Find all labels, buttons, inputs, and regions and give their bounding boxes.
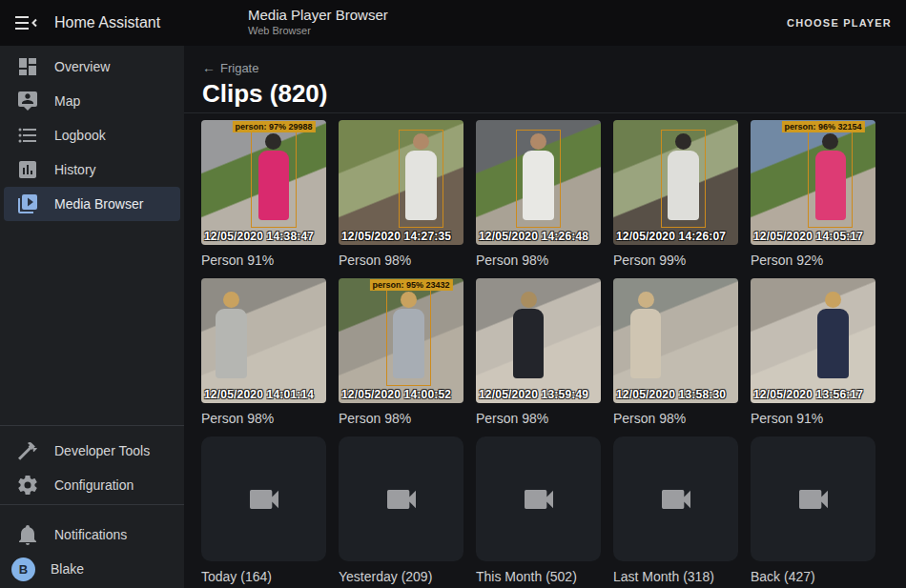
- sidebar-item-label: Logbook: [54, 128, 106, 143]
- clip-timestamp: 12/05/2020 14:05:17: [753, 230, 863, 243]
- detection-tag: person: 97% 29988: [232, 121, 315, 132]
- detection-bbox: [505, 288, 550, 385]
- clip-thumbnail: 12/05/2020 13:58:30: [613, 278, 738, 403]
- folder-thumbnail: [339, 436, 463, 561]
- sidebar-item-user[interactable]: B Blake: [4, 552, 180, 586]
- clip-label: Person 98%: [613, 411, 738, 427]
- folder-card-last-month[interactable]: Last Month (318): [613, 436, 738, 585]
- sidebar-item-label: Configuration: [54, 477, 134, 493]
- clip-timestamp: 12/05/2020 14:01:14: [204, 388, 314, 401]
- clip-label: Person 91%: [751, 411, 875, 427]
- folder-label: Yesterday (209): [339, 569, 463, 585]
- video-camera-icon: [382, 480, 421, 518]
- sidebar-item-map[interactable]: Map: [4, 84, 180, 118]
- detection-bbox: [251, 130, 296, 227]
- folder-label: Last Month (318): [613, 569, 738, 585]
- folder-card-this-month[interactable]: This Month (502): [476, 436, 601, 585]
- back-arrow-icon: ←: [202, 60, 216, 75]
- clip-timestamp: 12/05/2020 14:26:48: [479, 230, 588, 243]
- breadcrumb-label: Frigate: [220, 61, 258, 75]
- sidebar-item-developer-tools[interactable]: Developer Tools: [4, 434, 180, 468]
- sidebar-item-overview[interactable]: Overview: [4, 50, 180, 84]
- sidebar-item-media-browser[interactable]: Media Browser: [4, 187, 180, 221]
- clip-thumbnail: 12/05/2020 14:26:07: [613, 120, 738, 245]
- sidebar-item-logbook[interactable]: Logbook: [4, 118, 180, 152]
- detection-bbox: [386, 288, 431, 385]
- clip-timestamp: 12/05/2020 13:58:30: [616, 388, 726, 401]
- clip-card[interactable]: 12/05/2020 14:26:07 Person 99%: [613, 120, 738, 269]
- clip-label: Person 99%: [613, 253, 738, 269]
- sidebar-item-label: Map: [54, 93, 80, 109]
- view-dashboard-icon: [16, 55, 39, 78]
- clip-card[interactable]: 12/05/2020 14:27:35 Person 98%: [339, 120, 463, 269]
- clip-label: Person 98%: [201, 411, 326, 427]
- breadcrumb-back[interactable]: ← Frigate: [202, 60, 258, 75]
- clip-thumbnail: person: 95% 23432 12/05/2020 14:00:52: [339, 278, 463, 403]
- sidebar-item-notifications[interactable]: Notifications: [4, 517, 180, 552]
- video-camera-icon: [794, 480, 833, 518]
- folder-label: Back (427): [751, 569, 875, 585]
- folder-label: This Month (502): [476, 569, 601, 585]
- sidebar-divider: [0, 425, 184, 426]
- folder-card-back[interactable]: Back (427): [751, 436, 875, 585]
- detection-tag: person: 95% 23432: [369, 279, 452, 291]
- clip-thumbnail: 12/05/2020 14:26:48: [476, 120, 601, 245]
- clip-thumbnail: person: 96% 32154 12/05/2020 14:05:17: [751, 120, 875, 245]
- sidebar-item-history[interactable]: History: [4, 152, 180, 187]
- clip-thumbnail: 12/05/2020 13:56:17: [751, 278, 875, 403]
- sidebar-item-label: Overview: [54, 59, 110, 74]
- clip-label: Person 98%: [339, 253, 463, 269]
- clip-card[interactable]: 12/05/2020 13:58:30 Person 98%: [613, 278, 738, 427]
- clip-timestamp: 12/05/2020 14:27:35: [341, 230, 451, 243]
- clip-card[interactable]: 12/05/2020 14:01:14 Person 98%: [201, 278, 326, 427]
- tooltip-account-icon: [16, 90, 39, 112]
- detection-bbox: [661, 130, 706, 227]
- clip-timestamp: 12/05/2020 14:26:07: [616, 230, 726, 243]
- folder-thumbnail: [476, 436, 601, 561]
- sidebar-item-configuration[interactable]: Configuration: [4, 468, 180, 502]
- clip-card[interactable]: 12/05/2020 14:26:48 Person 98%: [476, 120, 601, 269]
- clip-timestamp: 12/05/2020 14:38:47: [204, 230, 314, 243]
- clip-card[interactable]: person: 95% 23432 12/05/2020 14:00:52 Pe…: [339, 278, 463, 427]
- clip-timestamp: 12/05/2020 14:00:52: [341, 388, 451, 401]
- panel-subtitle: Web Browser: [248, 25, 311, 36]
- sidebar-divider: [0, 504, 184, 505]
- chart-box-icon: [16, 158, 39, 181]
- detection-bbox: [811, 288, 855, 385]
- folder-card-today[interactable]: Today (164): [201, 436, 326, 585]
- clip-card[interactable]: 12/05/2020 13:59:49 Person 98%: [476, 278, 601, 427]
- clip-label: Person 92%: [751, 253, 875, 269]
- panel-title: Media Player Browser: [248, 7, 388, 24]
- video-camera-icon: [657, 480, 695, 518]
- sidebar-toggle-icon[interactable]: [13, 11, 38, 34]
- clips-grid: person: 97% 29988 12/05/2020 14:38:47 Pe…: [201, 120, 906, 585]
- media-browser-panel: ← Frigate Clips (820) person: 97% 29988 …: [184, 46, 906, 588]
- sidebar-item-label: Notifications: [54, 527, 127, 542]
- clip-card[interactable]: 12/05/2020 13:56:17 Person 91%: [751, 278, 875, 427]
- clip-label: Person 91%: [201, 253, 326, 269]
- browser-header: ← Frigate Clips (820): [184, 46, 906, 113]
- page-title: Clips (820): [202, 79, 906, 108]
- clip-timestamp: 12/05/2020 13:59:49: [479, 388, 588, 401]
- folder-card-yesterday[interactable]: Yesterday (209): [339, 436, 463, 585]
- detection-tag: person: 96% 32154: [781, 121, 864, 132]
- clip-label: Person 98%: [339, 411, 463, 427]
- clip-label: Person 98%: [476, 253, 601, 269]
- clip-label: Person 98%: [476, 411, 601, 427]
- choose-player-button[interactable]: CHOOSE PLAYER: [787, 0, 892, 46]
- detection-bbox: [623, 288, 668, 385]
- video-camera-icon: [520, 480, 558, 518]
- folder-thumbnail: [751, 436, 875, 561]
- video-camera-icon: [245, 480, 283, 518]
- clip-card[interactable]: person: 97% 29988 12/05/2020 14:38:47 Pe…: [201, 120, 326, 269]
- hammer-icon: [16, 439, 39, 462]
- clip-card[interactable]: person: 96% 32154 12/05/2020 14:05:17 Pe…: [751, 120, 875, 269]
- folder-thumbnail: [201, 436, 326, 561]
- clip-timestamp: 12/05/2020 13:56:17: [753, 388, 863, 401]
- detection-bbox: [808, 130, 853, 227]
- gear-icon: [16, 474, 39, 497]
- play-box-multiple-icon: [16, 193, 39, 215]
- sidebar-item-label: History: [54, 162, 96, 177]
- detection-bbox: [209, 288, 254, 385]
- avatar: B: [11, 558, 35, 581]
